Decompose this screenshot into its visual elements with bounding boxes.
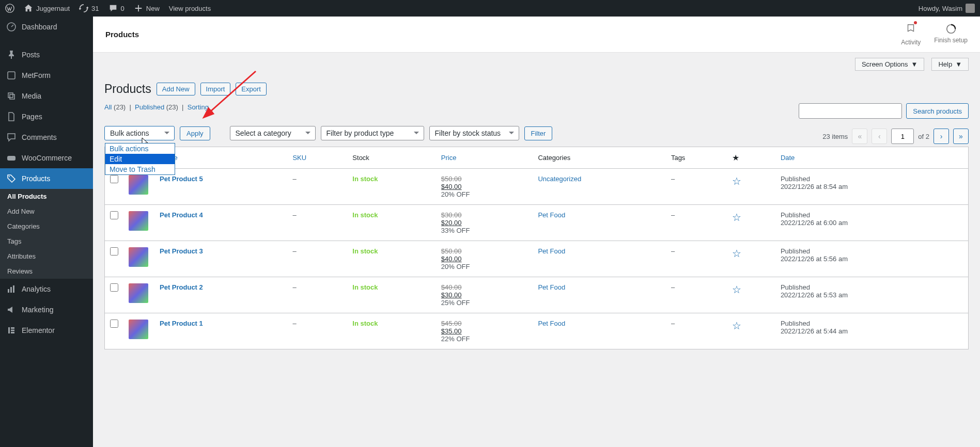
category-link[interactable]: Pet Food: [538, 283, 565, 291]
cell-date: Published2022/12/26 at 8:54 am: [775, 169, 969, 205]
submenu-tags[interactable]: Tags: [0, 234, 93, 249]
apply-button[interactable]: Apply: [180, 126, 210, 140]
product-type-select[interactable]: Filter by product type: [321, 126, 424, 140]
featured-star[interactable]: ☆: [732, 175, 741, 187]
site-link[interactable]: Juggernaut: [24, 4, 70, 13]
pager-last[interactable]: »: [953, 129, 969, 144]
submenu-attributes[interactable]: Attributes: [0, 249, 93, 264]
import-button[interactable]: Import: [200, 83, 231, 95]
sidebar-item-elementor[interactable]: Elementor: [0, 320, 93, 341]
stock-status-select[interactable]: Filter by stock status: [429, 126, 519, 140]
dropdown-option-edit[interactable]: Edit: [105, 154, 175, 164]
add-new-button[interactable]: Add New: [157, 83, 195, 95]
new-link[interactable]: New: [134, 4, 160, 13]
row-checkbox[interactable]: [110, 175, 118, 183]
featured-star[interactable]: ☆: [732, 212, 741, 223]
view-products-link[interactable]: View products: [169, 5, 211, 12]
help-tab[interactable]: Help ▼: [931, 58, 969, 71]
avatar-icon: [966, 4, 975, 13]
activity-button[interactable]: Activity: [901, 23, 921, 46]
sidebar-item-products[interactable]: Products: [0, 168, 93, 189]
category-link[interactable]: Pet Food: [538, 211, 565, 219]
comments-link[interactable]: 0: [108, 4, 125, 13]
sidebar-item-posts[interactable]: Posts: [0, 44, 93, 65]
search-button[interactable]: Search products: [906, 103, 969, 119]
pager-first[interactable]: «: [852, 129, 867, 144]
featured-star[interactable]: ☆: [732, 284, 741, 295]
svg-rect-6: [10, 287, 12, 293]
sidebar-item-analytics[interactable]: Analytics: [0, 279, 93, 299]
status-filters: All (23) | Published (23) | Sorting: [104, 103, 209, 111]
svg-rect-8: [8, 327, 10, 333]
sidebar-item-comments[interactable]: Comments: [0, 127, 93, 148]
svg-rect-3: [7, 156, 15, 161]
pager-current[interactable]: [891, 129, 914, 144]
col-tags: Tags: [666, 147, 727, 169]
submenu-categories[interactable]: Categories: [0, 219, 93, 234]
cell-sku: –: [287, 241, 347, 277]
product-name-link[interactable]: Pet Product 5: [160, 175, 203, 183]
user-greeting[interactable]: Howdy, Wasim: [919, 4, 975, 13]
screen-options-tab[interactable]: Screen Options ▼: [855, 58, 924, 71]
pager-next[interactable]: ›: [934, 129, 949, 144]
row-checkbox[interactable]: [110, 320, 118, 328]
sidebar-item-pages[interactable]: Pages: [0, 106, 93, 127]
product-thumbnail[interactable]: [129, 175, 148, 195]
product-thumbnail[interactable]: [129, 283, 148, 303]
product-name-link[interactable]: Pet Product 2: [160, 283, 203, 291]
analytics-icon: [6, 284, 17, 294]
table-row: Pet Product 2–In stock$40.00$30.0025% OF…: [105, 277, 969, 313]
col-date[interactable]: Date: [775, 147, 969, 169]
col-categories: Categories: [533, 147, 666, 169]
submenu-all-products[interactable]: All Products: [0, 189, 93, 204]
filter-published[interactable]: Published: [135, 103, 164, 111]
dropdown-option-bulk[interactable]: Bulk actions: [105, 143, 175, 154]
submenu-add-new[interactable]: Add New: [0, 204, 93, 219]
product-name-link[interactable]: Pet Product 4: [160, 211, 203, 219]
export-button[interactable]: Export: [236, 83, 267, 95]
featured-star[interactable]: ☆: [732, 248, 741, 259]
sidebar-item-metform[interactable]: MetForm: [0, 65, 93, 86]
product-thumbnail[interactable]: [129, 211, 148, 231]
col-sku[interactable]: SKU: [287, 147, 347, 169]
page-icon: [6, 111, 17, 122]
product-name-link[interactable]: Pet Product 3: [160, 247, 203, 255]
finish-setup-button[interactable]: Finish setup: [934, 23, 968, 46]
dropdown-option-trash[interactable]: Move to Trash: [105, 164, 175, 174]
pager-of: of 2: [918, 133, 929, 140]
col-stock: Stock: [347, 147, 435, 169]
row-checkbox[interactable]: [110, 211, 118, 219]
wp-logo-icon[interactable]: [5, 4, 14, 13]
category-link[interactable]: Uncategorized: [538, 175, 581, 183]
row-checkbox[interactable]: [110, 283, 118, 292]
featured-star[interactable]: ☆: [732, 320, 741, 331]
stock-status: In stock: [352, 211, 378, 219]
sidebar-item-media[interactable]: Media: [0, 86, 93, 106]
category-select[interactable]: Select a category: [230, 126, 316, 140]
sidebar-item-woocommerce[interactable]: WooCommerce: [0, 148, 93, 168]
search-input[interactable]: [799, 103, 902, 119]
updates-link[interactable]: 31: [79, 4, 99, 13]
cell-price: $50.00$40.0020% OFF: [436, 169, 533, 205]
svg-rect-9: [11, 327, 14, 329]
cell-sku: –: [287, 277, 347, 313]
sidebar-item-marketing[interactable]: Marketing: [0, 299, 93, 320]
filter-button[interactable]: Filter: [524, 126, 553, 140]
dashboard-icon: [6, 22, 17, 32]
table-row: Pet Product 4–In stock$30.00$20.0033% OF…: [105, 205, 969, 241]
filter-sorting[interactable]: Sorting: [188, 103, 209, 111]
sidebar-item-dashboard[interactable]: Dashboard: [0, 17, 93, 37]
product-name-link[interactable]: Pet Product 1: [160, 320, 203, 327]
product-thumbnail[interactable]: [129, 247, 148, 267]
category-link[interactable]: Pet Food: [538, 320, 565, 327]
filter-all[interactable]: All: [104, 103, 112, 111]
bulk-actions-select[interactable]: Bulk actions Bulk actions Edit Move to T…: [104, 126, 175, 140]
row-checkbox[interactable]: [110, 247, 118, 256]
submenu-reviews[interactable]: Reviews: [0, 264, 93, 279]
category-link[interactable]: Pet Food: [538, 247, 565, 255]
pin-icon: [6, 50, 17, 60]
col-price[interactable]: Price: [436, 147, 533, 169]
product-thumbnail[interactable]: [129, 320, 148, 339]
svg-point-4: [9, 176, 10, 177]
pager-prev[interactable]: ‹: [872, 129, 887, 144]
